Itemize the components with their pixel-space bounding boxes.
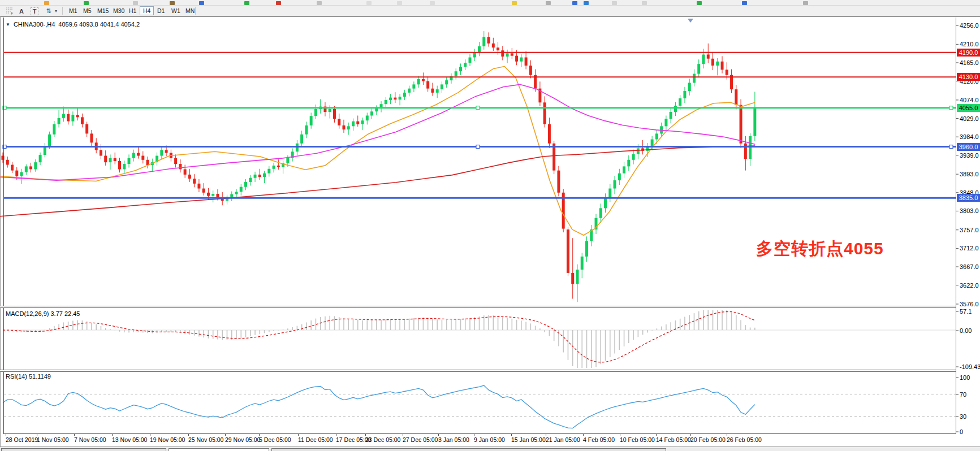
- time-tick: [6, 433, 6, 436]
- price-tick-label: 4165.0: [960, 59, 979, 66]
- time-tick: [546, 433, 546, 436]
- time-tick-label: 7 Nov 05:00: [74, 436, 106, 443]
- time-tick-label: 3 Jan 05:00: [438, 436, 469, 443]
- price-tick-label: 3757.0: [960, 227, 979, 233]
- trading-terminal: F A T ⇅ ▾ M1M5M15M30H1H4D1W1MN ▼ CHINA30…: [0, 0, 980, 451]
- bottom-tabs-cropped[interactable]: [0, 446, 980, 451]
- workspace-tab-cropped[interactable]: [271, 448, 666, 451]
- panel-separator[interactable]: [0, 370, 956, 372]
- symbol-period-label: CHINA300-,H4: [14, 21, 55, 28]
- price-tag-4130: 4130.0: [957, 73, 980, 81]
- ma-mid-line: [0, 84, 755, 180]
- price-tick-label: 3984.0: [960, 133, 979, 140]
- time-tick: [403, 433, 403, 436]
- price-tag-3960: 3960.0: [957, 143, 980, 151]
- macd-tick-label: -109.43: [960, 363, 980, 370]
- time-tick-label: 20 Feb 05:00: [690, 436, 726, 443]
- price-tick-label: 3712.0: [960, 245, 979, 251]
- time-tick-label: 26 Feb 05:00: [727, 436, 762, 443]
- time-tick: [474, 433, 474, 436]
- rsi-tick-label: 0: [960, 428, 963, 435]
- time-tick-label: 10 Feb 05:00: [620, 436, 655, 443]
- ma-slow-line: [0, 146, 755, 216]
- price-tick-label: 3893.0: [960, 171, 979, 177]
- time-tick: [188, 433, 189, 436]
- price-chart-canvas[interactable]: [0, 0, 980, 451]
- hline-handle[interactable]: [949, 145, 953, 149]
- price-tick-label: 3622.0: [960, 282, 979, 289]
- price-tick-label: 3667.0: [960, 263, 979, 270]
- time-tick-label: 27 Dec 05:00: [403, 436, 438, 443]
- time-axis-border: [3, 433, 956, 434]
- rsi-tick-label: 70: [960, 391, 966, 398]
- time-tick-label: 23 Dec 05:00: [365, 436, 400, 443]
- time-tick-label: 28 Oct 2019: [6, 436, 38, 443]
- time-tick-label: 19 Nov 05:00: [150, 436, 185, 443]
- time-tick: [511, 433, 512, 436]
- time-tick: [150, 433, 150, 436]
- chart-shift-marker-icon[interactable]: [688, 19, 693, 23]
- price-tick-label: 4210.0: [960, 41, 979, 47]
- price-tick-label: 4256.0: [960, 22, 979, 29]
- time-tick-label: 5 Dec 05:00: [259, 436, 291, 443]
- time-tick-label: 11 Dec 05:00: [298, 436, 333, 443]
- rsi-line: [3, 385, 755, 428]
- price-tick-label: 3576.0: [960, 301, 979, 307]
- chart-title: ▼ CHINA300-,H4 4059.6 4093.8 4041.4 4054…: [6, 20, 140, 28]
- hline-handle[interactable]: [476, 145, 480, 149]
- chart-menu-caret-icon[interactable]: ▼: [6, 22, 10, 27]
- ohlc-values: 4059.6 4093.8 4041.4 4054.2: [58, 21, 140, 28]
- time-tick: [656, 433, 657, 436]
- time-tick: [298, 433, 299, 436]
- chart-text-annotation[interactable]: 多空转折点4055: [756, 237, 884, 261]
- time-tick: [583, 433, 584, 436]
- macd-indicator-label: MACD(12,26,9) 3.77 22.45: [6, 310, 80, 317]
- workspace-tab-cropped[interactable]: [1, 448, 166, 451]
- time-tick-label: 25 Nov 05:00: [188, 436, 223, 443]
- time-tick-label: 4 Feb 05:00: [583, 436, 615, 443]
- rsi-tick-label: 30: [960, 413, 966, 420]
- time-tick: [225, 433, 226, 436]
- hline-handle[interactable]: [949, 106, 953, 110]
- time-tick: [365, 433, 366, 436]
- price-tick-label: 4074.0: [960, 97, 979, 103]
- price-tag-3835: 3835.0: [957, 194, 980, 202]
- time-tick-label: 1 Nov 05:00: [37, 436, 69, 443]
- panel-separator[interactable]: [0, 306, 956, 308]
- time-tick: [336, 433, 336, 436]
- rsi-indicator-label: RSI(14) 51.1149: [6, 373, 51, 380]
- price-tick-label: 4029.0: [960, 115, 979, 122]
- time-tick: [690, 433, 691, 436]
- time-tick: [259, 433, 260, 436]
- macd-tick-label: 57.1: [960, 308, 972, 315]
- time-tick: [620, 433, 620, 436]
- time-tick-label: 29 Nov 05:00: [225, 436, 260, 443]
- time-tick-label: 15 Jan 05:00: [511, 436, 546, 443]
- macd-tick-label: 0.00: [960, 327, 972, 334]
- time-tick: [727, 433, 727, 436]
- price-tick-label: 3803.0: [960, 207, 979, 214]
- time-tick: [112, 433, 113, 436]
- price-axis-border: [956, 18, 956, 433]
- workspace-tab-cropped[interactable]: [169, 448, 269, 451]
- time-tick: [74, 433, 75, 436]
- time-tick: [438, 433, 439, 436]
- price-tick-label: 3939.0: [960, 152, 979, 159]
- macd-signal-line: [3, 312, 755, 363]
- time-tick-label: 14 Feb 05:00: [656, 436, 691, 443]
- rsi-tick-label: 100: [960, 374, 970, 381]
- time-tick-label: 9 Jan 05:00: [474, 436, 505, 443]
- price-tag-4055: 4055.0: [957, 104, 980, 112]
- time-tick-label: 13 Nov 05:00: [112, 436, 147, 443]
- time-tick: [37, 433, 37, 436]
- price-tag-4190: 4190.0: [957, 49, 980, 57]
- hline-handle[interactable]: [476, 106, 480, 110]
- time-tick-label: 21 Jan 05:00: [546, 436, 580, 443]
